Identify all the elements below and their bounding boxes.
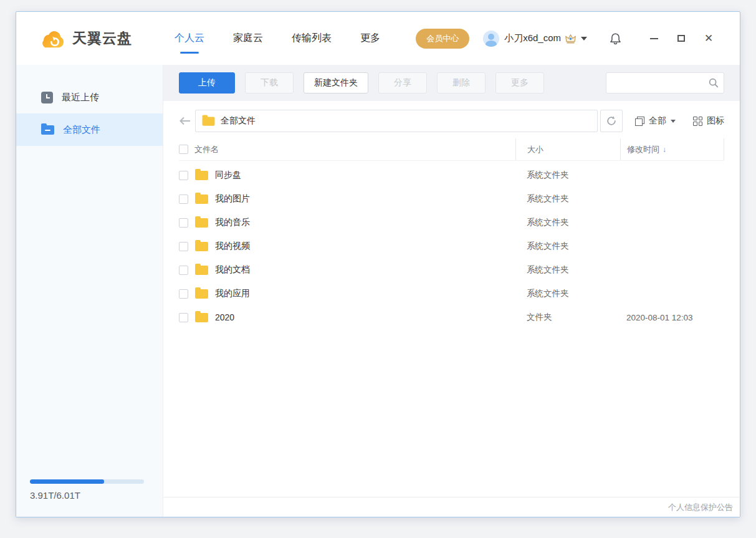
sidebar-item-label: 全部文件 <box>63 124 100 136</box>
more-button[interactable]: 更多 <box>495 72 544 94</box>
row-checkbox[interactable] <box>179 266 188 275</box>
file-name: 2020 <box>215 312 234 322</box>
row-checkbox[interactable] <box>179 218 188 228</box>
window-controls: ✕ <box>640 27 722 50</box>
delete-button[interactable]: 删除 <box>437 72 486 94</box>
folder-icon <box>195 313 208 322</box>
app-name: 天翼云盘 <box>72 29 132 48</box>
file-size: 系统文件夹 <box>515 187 620 211</box>
filter-dropdown[interactable]: 全部 <box>635 115 676 127</box>
share-button[interactable]: 分享 <box>378 72 427 94</box>
minimize-button[interactable] <box>640 27 667 50</box>
column-label: 修改时间 <box>627 144 659 155</box>
notifications-button[interactable] <box>610 32 621 45</box>
sort-desc-icon: ↓ <box>663 145 666 154</box>
search-input[interactable] <box>606 72 724 94</box>
tab-label: 家庭云 <box>233 32 263 43</box>
file-type-filter-icon <box>635 117 644 126</box>
file-time <box>620 234 724 258</box>
crown-vip-icon <box>565 34 577 44</box>
tab-transfer-list[interactable]: 传输列表 <box>290 27 333 50</box>
row-checkbox[interactable] <box>179 313 188 322</box>
maximize-icon <box>677 35 685 42</box>
sidebar-item-label: 最近上传 <box>62 92 99 103</box>
blue-folder-icon <box>41 125 54 135</box>
file-size: 系统文件夹 <box>515 234 620 258</box>
filter-label: 全部 <box>649 115 666 127</box>
file-row-my-music[interactable]: 我的音乐 系统文件夹 <box>179 211 724 234</box>
file-name: 我的视频 <box>215 241 250 252</box>
close-icon: ✕ <box>704 33 713 44</box>
folder-icon <box>195 171 208 180</box>
tab-personal-cloud[interactable]: 个人云 <box>173 27 206 50</box>
content-footer: 个人信息保护公告 <box>164 497 739 517</box>
maximize-button[interactable] <box>667 27 695 50</box>
file-time: 2020-08-01 12:03 <box>620 305 724 329</box>
file-name: 我的应用 <box>215 288 250 299</box>
folder-icon <box>203 117 215 125</box>
upload-button[interactable]: 上传 <box>179 72 235 94</box>
username: 小刀x6d_com <box>504 32 561 44</box>
row-checkbox[interactable] <box>179 242 188 251</box>
app-logo: 天翼云盘 <box>39 29 168 49</box>
storage-usage-text: 3.91T/6.01T <box>30 490 144 501</box>
storage-progress-bar <box>30 479 144 484</box>
tab-label: 个人云 <box>175 32 204 43</box>
avatar <box>483 31 499 47</box>
file-size: 文件夹 <box>515 305 620 329</box>
file-size: 系统文件夹 <box>515 258 620 282</box>
file-time <box>620 211 724 234</box>
folder-icon <box>195 218 208 228</box>
row-checkbox[interactable] <box>179 289 188 299</box>
download-button[interactable]: 下载 <box>245 72 294 94</box>
user-menu[interactable]: 小刀x6d_com <box>483 31 587 47</box>
main-nav: 个人云 家庭云 传输列表 更多 <box>173 27 381 50</box>
file-time <box>620 163 724 187</box>
select-all-checkbox[interactable] <box>179 145 188 154</box>
file-size: 系统文件夹 <box>515 211 620 234</box>
view-label: 图标 <box>707 115 724 127</box>
sidebar: 最近上传 全部文件 3.91T/6.01T <box>16 65 163 517</box>
tab-family-cloud[interactable]: 家庭云 <box>232 27 264 50</box>
close-button[interactable]: ✕ <box>695 27 722 50</box>
toolbar: 上传 下载 新建文件夹 分享 删除 更多 <box>163 65 740 101</box>
file-row-my-apps[interactable]: 我的应用 系统文件夹 <box>179 282 724 305</box>
file-row-my-documents[interactable]: 我的文档 系统文件夹 <box>179 258 724 282</box>
chevron-down-icon <box>671 120 676 123</box>
file-name: 同步盘 <box>215 170 241 181</box>
new-folder-button[interactable]: 新建文件夹 <box>304 72 368 94</box>
row-checkbox[interactable] <box>179 195 188 204</box>
row-checkbox[interactable] <box>179 171 188 180</box>
tab-more[interactable]: 更多 <box>359 27 381 50</box>
table-header: 文件名 大小 修改时间 ↓ <box>179 138 724 161</box>
minimize-icon <box>650 38 658 39</box>
app-window: 天翼云盘 个人云 家庭云 传输列表 更多 会员中心 小刀x6d_com <box>16 11 740 517</box>
sidebar-item-all-files[interactable]: 全部文件 <box>16 113 163 146</box>
back-button[interactable] <box>179 117 195 125</box>
member-center-button[interactable]: 会员中心 <box>416 29 469 49</box>
file-time <box>620 282 724 305</box>
column-header-name[interactable]: 文件名 <box>194 144 219 155</box>
folder-icon <box>195 266 208 275</box>
file-row-2020[interactable]: 2020 文件夹 2020-08-01 12:03 <box>179 305 724 329</box>
path-bar: 全部文件 全部 图标 <box>163 110 740 132</box>
file-row-my-pictures[interactable]: 我的图片 系统文件夹 <box>179 187 724 211</box>
storage-quota: 3.91T/6.01T <box>30 479 144 501</box>
file-row-my-videos[interactable]: 我的视频 系统文件夹 <box>179 234 724 258</box>
grid-view-icon <box>693 117 702 126</box>
cloud-logo-icon <box>39 29 66 49</box>
location-label: 全部文件 <box>221 115 256 127</box>
sidebar-item-recent-uploads[interactable]: 最近上传 <box>16 81 163 113</box>
current-location[interactable]: 全部文件 <box>195 110 598 132</box>
file-row-sync-disk[interactable]: 同步盘 系统文件夹 <box>179 163 724 187</box>
column-header-size[interactable]: 大小 <box>515 138 620 160</box>
file-name: 我的图片 <box>215 193 250 204</box>
file-name: 我的文档 <box>215 264 250 276</box>
column-label: 大小 <box>527 144 543 155</box>
view-toggle-icons[interactable]: 图标 <box>693 115 724 127</box>
file-time <box>620 187 724 211</box>
refresh-button[interactable] <box>600 110 623 132</box>
file-list: 同步盘 系统文件夹 我的图片 系统文件夹 <box>163 161 740 497</box>
column-header-time[interactable]: 修改时间 ↓ <box>620 138 724 160</box>
privacy-notice-link[interactable]: 个人信息保护公告 <box>668 502 733 513</box>
